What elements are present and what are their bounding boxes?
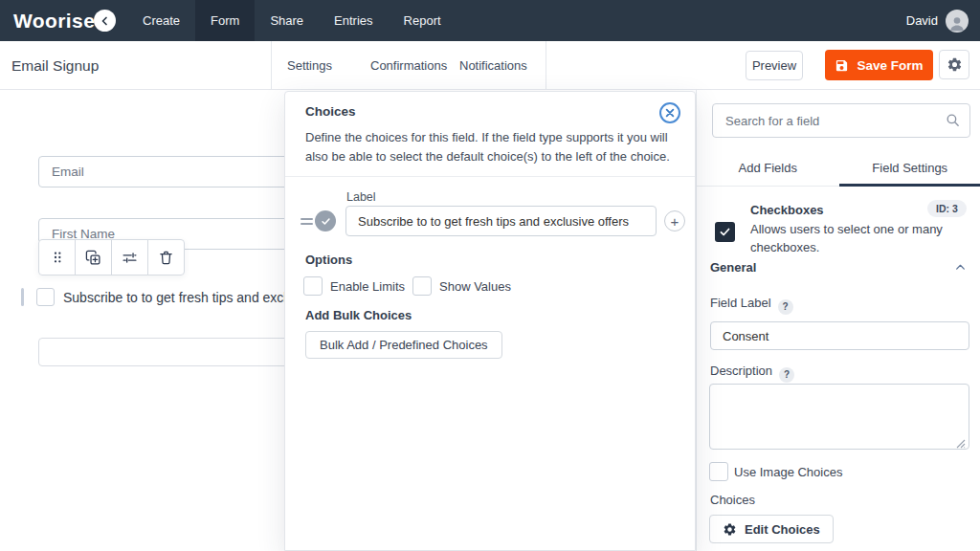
close-popover-button[interactable] — [659, 102, 680, 123]
use-image-choices-checkbox[interactable] — [709, 462, 728, 481]
woorise-logo: Woorise — [0, 0, 92, 41]
gear-icon — [723, 522, 737, 537]
drag-field-handle[interactable] — [38, 239, 76, 276]
close-icon — [665, 108, 675, 118]
selection-indicator — [21, 288, 24, 306]
general-section-header[interactable]: General — [710, 260, 967, 275]
user-menu[interactable]: David — [906, 0, 980, 41]
field-type-description: Allows users to select one or many check… — [750, 221, 947, 257]
show-values-checkbox[interactable] — [412, 276, 432, 296]
chevron-left-icon — [100, 15, 111, 27]
duplicate-field-button[interactable] — [75, 239, 112, 276]
use-image-choices-label: Use Image Choices — [734, 465, 842, 479]
drag-dots-icon — [50, 250, 65, 265]
search-input[interactable] — [712, 103, 970, 138]
choices-popover: Choices Define the choices for this fiel… — [284, 91, 696, 551]
consent-checkbox[interactable] — [36, 288, 55, 306]
field-id-badge: ID: 3 — [927, 200, 967, 217]
field-type-title: Checkboxes — [750, 203, 824, 217]
nav-item-form[interactable]: Form — [195, 0, 255, 41]
page-title: Email Signup — [11, 41, 99, 90]
field-settings-button[interactable] — [111, 239, 148, 276]
choice-drag-handle[interactable] — [301, 218, 313, 228]
field-toolbar — [38, 239, 185, 276]
divider — [546, 41, 546, 90]
popover-title: Choices — [305, 104, 356, 119]
form-settings-button[interactable] — [939, 50, 969, 79]
enable-limits-checkbox[interactable] — [303, 276, 323, 296]
duplicate-icon — [85, 250, 101, 266]
app-window: Woorise Create Form Share Entries Report… — [0, 0, 980, 551]
choice-text-input[interactable] — [345, 206, 657, 236]
back-button[interactable] — [94, 10, 116, 32]
nav-item-create[interactable]: Create — [127, 0, 195, 41]
field-label-caption-text: Field Label — [710, 296, 771, 310]
nav-item-share[interactable]: Share — [255, 0, 319, 41]
tab-notifications[interactable]: Notifications — [459, 41, 527, 90]
sliders-icon — [122, 250, 138, 266]
field-label-caption: Field Label? — [710, 296, 793, 315]
nav-item-entries[interactable]: Entries — [319, 0, 388, 41]
main-nav: Create Form Share Entries Report — [127, 0, 457, 41]
save-form-label: Save Form — [857, 58, 923, 73]
edit-choices-button[interactable]: Edit Choices — [709, 515, 834, 543]
check-icon — [719, 226, 731, 238]
description-caption: Description? — [710, 364, 794, 383]
chevron-up-icon — [954, 261, 967, 274]
tab-add-fields[interactable]: Add Fields — [697, 151, 839, 186]
delete-field-button[interactable] — [147, 239, 185, 276]
tab-confirmations[interactable]: Confirmations — [370, 41, 447, 90]
choices-caption: Choices — [710, 493, 755, 507]
top-navbar: Woorise Create Form Share Entries Report… — [0, 0, 980, 41]
settings-sidebar: Add Fields Field Settings Checkboxes ID:… — [696, 90, 980, 551]
field-search — [712, 103, 970, 138]
trash-icon — [158, 250, 174, 266]
save-form-button[interactable]: Save Form — [825, 50, 933, 80]
gear-icon — [947, 56, 963, 73]
divider — [271, 41, 272, 90]
enable-limits-label: Enable Limits — [330, 279, 405, 294]
avatar — [946, 10, 969, 33]
description-caption-text: Description — [710, 364, 772, 378]
bulk-choices-caption: Add Bulk Choices — [305, 308, 412, 322]
description-help-icon[interactable]: ? — [779, 367, 794, 383]
bulk-add-button[interactable]: Bulk Add / Predefined Choices — [305, 331, 502, 359]
field-label-help-icon[interactable]: ? — [778, 299, 793, 315]
general-section-title: General — [710, 260, 756, 275]
description-textarea[interactable] — [709, 384, 969, 450]
show-values-label: Show Values — [439, 279, 511, 294]
user-name: David — [906, 13, 938, 28]
choice-label-caption: Label — [346, 190, 376, 204]
edit-choices-label: Edit Choices — [745, 522, 820, 537]
popover-description: Define the choices for this field. If th… — [305, 128, 675, 165]
search-icon — [945, 112, 961, 132]
options-caption: Options — [305, 253, 352, 267]
sidebar-tabs: Add Fields Field Settings — [697, 151, 980, 187]
nav-item-report[interactable]: Report — [389, 0, 457, 41]
form-header-bar: Email Signup Settings Confirmations Noti… — [0, 41, 980, 90]
check-icon — [321, 216, 331, 227]
divider — [285, 176, 695, 177]
save-icon — [835, 58, 849, 73]
tab-settings[interactable]: Settings — [287, 41, 332, 90]
tab-field-settings[interactable]: Field Settings — [839, 151, 980, 186]
field-label-input[interactable] — [710, 321, 969, 350]
preview-button[interactable]: Preview — [746, 51, 803, 80]
person-icon — [947, 13, 967, 33]
checkboxes-field-icon — [715, 222, 735, 242]
add-choice-button[interactable]: + — [664, 210, 685, 231]
default-choice-toggle[interactable] — [315, 210, 336, 231]
